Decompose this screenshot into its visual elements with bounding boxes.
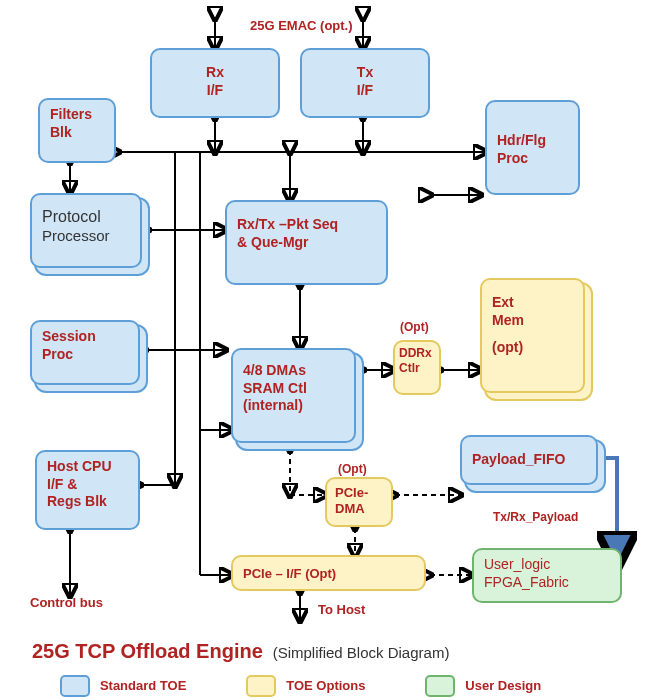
pktseq-l1: Rx/Tx –Pkt Seq [237, 216, 376, 234]
filters-l2: Blk [50, 124, 104, 142]
hdrflg-block: Hdr/Flg Proc [485, 100, 580, 195]
legend-options: TOE Options [246, 675, 365, 697]
ddrx-l1: DDRx [399, 346, 435, 361]
extmem-l3: (opt) [492, 339, 573, 357]
ddrx-l2: Ctlr [399, 361, 435, 376]
host-l3: Regs Blk [47, 493, 128, 511]
opt-label-2: (Opt) [338, 462, 367, 476]
tx-if-block: Tx I/F [300, 48, 430, 118]
pktseq-block: Rx/Tx –Pkt Seq & Que-Mgr [225, 200, 388, 285]
legend-user-label: User Design [465, 678, 541, 693]
protocol-proc-block: Protocol Processor [30, 193, 142, 268]
pcie-dma-l1: PCIe- [335, 485, 383, 501]
opt-label-1: (Opt) [400, 320, 429, 334]
diagram-title: 25G TCP Offload Engine [32, 640, 263, 662]
payload-fifo-block: Payload_FIFO [460, 435, 598, 485]
extmem-l2: Mem [492, 312, 573, 330]
host-l1: Host CPU [47, 458, 128, 476]
legend-opt-label: TOE Options [286, 678, 365, 693]
to-host-label: To Host [318, 602, 365, 617]
rx-if-l2: I/F [162, 82, 268, 100]
protocol-l1: Protocol [42, 207, 130, 227]
ddrx-block: DDRx Ctlr [393, 340, 441, 395]
dma-block: 4/8 DMAs SRAM Ctl (internal) [231, 348, 356, 443]
legend: Standard TOE TOE Options User Design [60, 675, 541, 697]
protocol-l2: Processor [42, 227, 130, 246]
dma-l3: (internal) [243, 397, 344, 415]
diagram-subtitle: (Simplified Block Diagram) [273, 644, 450, 661]
tx-if-l1: Tx [312, 64, 418, 82]
diagram-stage: 25G EMAC (opt.) [0, 0, 662, 700]
filters-l1: Filters [50, 106, 104, 124]
dma-l2: SRAM Ctl [243, 380, 344, 398]
hdrflg-l1: Hdr/Flg [497, 132, 568, 150]
legend-user-swatch [425, 675, 455, 697]
extmem-block: Ext Mem (opt) [480, 278, 585, 393]
pktseq-l2: & Que-Mgr [237, 234, 376, 252]
pcie-dma-block: PCIe- DMA [325, 477, 393, 527]
rx-if-block: Rx I/F [150, 48, 280, 118]
legend-standard: Standard TOE [60, 675, 186, 697]
pcie-dma-l2: DMA [335, 501, 383, 517]
title-row: 25G TCP Offload Engine (Simplified Block… [32, 640, 449, 663]
legend-toe-swatch [60, 675, 90, 697]
host-l2: I/F & [47, 476, 128, 494]
legend-toe-label: Standard TOE [100, 678, 186, 693]
extmem-l1: Ext [492, 294, 573, 312]
txrx-payload-label: Tx/Rx_Payload [493, 510, 578, 524]
emac-label: 25G EMAC (opt.) [250, 18, 353, 33]
hostcpu-block: Host CPU I/F & Regs Blk [35, 450, 140, 530]
control-bus-label: Control bus [30, 595, 103, 610]
filters-block: Filters Blk [38, 98, 116, 163]
userlogic-block: User_logic FPGA_Fabric [472, 548, 622, 603]
session-l2: Proc [42, 346, 128, 364]
pcie-if-block: PCIe – I/F (Opt) [231, 555, 426, 591]
tx-if-l2: I/F [312, 82, 418, 100]
payload-fifo-label: Payload_FIFO [472, 451, 565, 467]
pcie-if-label: PCIe – I/F (Opt) [243, 566, 336, 581]
userlogic-l1: User_logic [484, 556, 610, 574]
legend-user: User Design [425, 675, 541, 697]
dma-l1: 4/8 DMAs [243, 362, 344, 380]
legend-opt-swatch [246, 675, 276, 697]
userlogic-l2: FPGA_Fabric [484, 574, 610, 592]
session-proc-block: Session Proc [30, 320, 140, 385]
hdrflg-l2: Proc [497, 150, 568, 168]
session-l1: Session [42, 328, 128, 346]
rx-if-l1: Rx [162, 64, 268, 82]
